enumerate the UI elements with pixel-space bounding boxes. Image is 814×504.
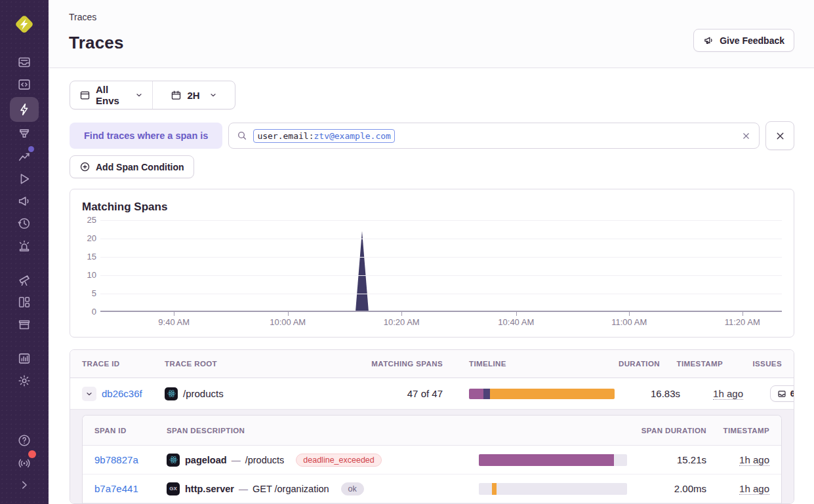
platform-icon-dark: GX — [167, 482, 180, 495]
filter-bar: All Envs 2H — [70, 81, 235, 109]
replays-icon[interactable] — [10, 168, 39, 190]
plus-circle-icon — [79, 161, 91, 172]
megaphone-icon — [703, 35, 714, 46]
col-timestamp: TIMESTAMP — [677, 360, 723, 368]
alerts-icon[interactable] — [10, 235, 39, 257]
col-issues: ISSUES — [752, 360, 782, 368]
environment-icon — [79, 90, 91, 101]
sidebar — [0, 0, 49, 504]
chevron-down-icon — [209, 90, 217, 101]
trace-id-link[interactable]: db26c36f — [102, 388, 142, 399]
span-duration: 2.00ms — [674, 483, 706, 494]
issues-inbox-icon — [777, 389, 786, 398]
time-range-filter[interactable]: 2H — [153, 81, 235, 109]
projects-icon[interactable] — [10, 73, 39, 96]
span-row[interactable]: b7a7e441 GX http.server—GET /organizatio… — [83, 475, 781, 503]
traces-table: TRACE ID TRACE ROOT MATCHING SPANS TIMEL… — [70, 349, 794, 504]
whats-new-dot — [28, 450, 36, 458]
spans-table: SPAN ID SPAN DESCRIPTION SPAN DURATION T… — [82, 415, 782, 503]
explore-icon[interactable] — [10, 269, 39, 291]
page-header: Traces Traces Give Feedback — [49, 0, 814, 68]
sentry-logo[interactable] — [12, 12, 37, 37]
span-timestamp: 1h ago — [739, 454, 769, 466]
span-timeline-bar — [479, 454, 627, 466]
page-content: All Envs 2H — [49, 68, 814, 504]
col-span-description: SPAN DESCRIPTION — [167, 427, 479, 435]
span-id-link[interactable]: b7a7e441 — [94, 483, 167, 494]
dashboards-icon[interactable] — [10, 291, 39, 313]
settings-icon[interactable] — [10, 370, 39, 392]
span-condition-row: Find traces where a span is user.email:z… — [70, 121, 794, 150]
col-span-duration: SPAN DURATION — [641, 427, 706, 435]
trace-timeline-bar — [469, 389, 615, 399]
col-matching-spans: MATCHING SPANS — [371, 360, 443, 368]
col-duration: DURATION — [619, 360, 660, 368]
span-search-input[interactable]: user.email:ztv@example.com — [228, 123, 760, 149]
environment-filter[interactable]: All Envs — [70, 81, 152, 109]
trace-expanded-zone: SPAN ID SPAN DESCRIPTION SPAN DURATION T… — [70, 409, 794, 503]
give-feedback-button[interactable]: Give Feedback — [693, 29, 794, 52]
matching-spans-panel: Matching Spans 0510152025 9:40 AM10:00 A… — [70, 189, 794, 338]
breadcrumb[interactable]: Traces — [69, 12, 124, 22]
span-row[interactable]: 9b78827a page — [83, 446, 781, 475]
add-span-condition-button[interactable]: Add Span Condition — [70, 155, 194, 178]
col-trace-id: TRACE ID — [82, 360, 165, 368]
page-title: Traces — [69, 33, 124, 53]
trace-duration: 16.83s — [651, 388, 680, 399]
span-timestamp: 1h ago — [739, 483, 769, 495]
stats-icon[interactable] — [10, 347, 39, 370]
trace-row[interactable]: db26c36f /products 47 — [70, 378, 794, 409]
user-feedback-icon[interactable] — [10, 190, 39, 212]
trace-issues-button[interactable]: 6 — [770, 385, 794, 402]
chart-plot: 0510152025 — [100, 220, 782, 312]
chevron-down-icon — [135, 90, 143, 101]
trace-timestamp: 1h ago — [713, 388, 743, 400]
col-timeline: TIMELINE — [443, 360, 594, 368]
span-status-badge: deadline_exceeded — [296, 454, 381, 467]
metrics-icon[interactable] — [10, 145, 39, 168]
metrics-new-dot — [28, 146, 34, 152]
archive-icon[interactable] — [10, 313, 39, 336]
trace-root-name: /products — [183, 388, 224, 399]
main-area: Traces Traces Give Feedback — [49, 0, 814, 504]
matching-spans-chart: 0510152025 9:40 AM10:00 AM10:20 AM10:40 … — [100, 220, 782, 328]
matching-spans-count: 47 of 47 — [407, 388, 443, 399]
performance-icon[interactable] — [10, 97, 39, 122]
traces-table-header: TRACE ID TRACE ROOT MATCHING SPANS TIMEL… — [70, 350, 794, 378]
span-id-link[interactable]: 9b78827a — [94, 454, 167, 465]
remove-condition-button[interactable] — [765, 121, 794, 150]
chart-x-axis: 9:40 AM10:00 AM10:20 AM10:40 AM11:00 AM1… — [100, 312, 782, 328]
span-duration: 15.21s — [677, 454, 706, 465]
react-platform-icon — [165, 387, 178, 400]
whats-new-icon[interactable] — [10, 452, 39, 474]
react-platform-icon — [167, 454, 180, 467]
issues-icon[interactable] — [10, 51, 39, 73]
span-timeline-bar — [479, 483, 627, 495]
clear-search-icon[interactable] — [741, 131, 751, 141]
condition-label: Find traces where a span is — [70, 123, 222, 149]
col-span-timestamp: TIMESTAMP — [723, 427, 769, 435]
spans-table-header: SPAN ID SPAN DESCRIPTION SPAN DURATION T… — [83, 416, 781, 446]
search-filter-token[interactable]: user.email:ztv@example.com — [253, 129, 395, 143]
search-icon — [237, 130, 247, 141]
help-icon[interactable] — [10, 429, 39, 452]
collapse-row-icon[interactable] — [82, 387, 96, 401]
col-span-id: SPAN ID — [94, 427, 167, 435]
span-status-badge: ok — [341, 482, 364, 495]
releases-icon[interactable] — [10, 212, 39, 235]
calendar-icon — [171, 90, 182, 101]
profiling-icon[interactable] — [10, 123, 39, 145]
chart-title: Matching Spans — [82, 201, 782, 214]
chart-spike-series — [100, 220, 782, 311]
app-root: Traces Traces Give Feedback — [0, 0, 814, 504]
collapse-icon[interactable] — [10, 474, 39, 496]
col-trace-root: TRACE ROOT — [165, 360, 361, 368]
